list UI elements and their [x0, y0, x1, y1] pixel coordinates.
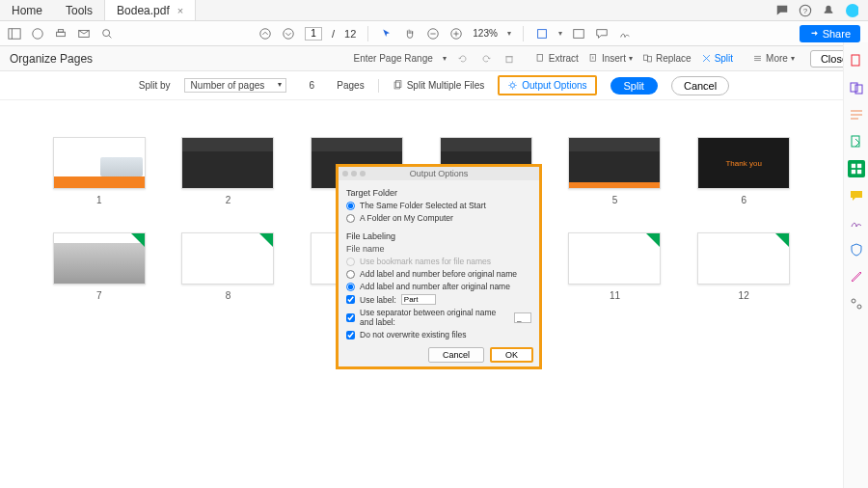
splitby-label: Split by — [139, 80, 171, 91]
help-icon[interactable]: ? — [799, 4, 812, 17]
export-pdf-icon[interactable] — [848, 133, 865, 150]
svg-rect-26 — [647, 56, 651, 62]
split-mode-select[interactable]: Number of pages▾ — [184, 78, 287, 93]
create-pdf-icon[interactable] — [848, 52, 865, 69]
more-tools-icon[interactable] — [848, 268, 865, 285]
extract-tool[interactable]: Extract — [535, 53, 579, 64]
split-cancel-button[interactable]: Cancel — [671, 76, 729, 95]
svg-point-11 — [260, 28, 271, 39]
radio-label-after[interactable]: Add label and number after original name — [346, 282, 531, 291]
edit-pdf-icon[interactable] — [848, 106, 865, 123]
radio-label-before[interactable]: Add label and number before original nam… — [346, 269, 531, 279]
svg-rect-3 — [9, 28, 20, 39]
delete-icon[interactable] — [502, 52, 516, 66]
sign-icon[interactable] — [618, 27, 632, 41]
check-no-overwrite[interactable]: Do not overwrite existing files — [346, 330, 531, 339]
right-tools-sidebar — [843, 42, 868, 488]
output-options-button[interactable]: Output Options — [498, 75, 596, 95]
print-icon[interactable] — [54, 27, 68, 41]
mail-icon[interactable] — [77, 27, 91, 41]
output-options-dialog: Output Options Target Folder The Same Fo… — [336, 164, 542, 369]
target-folder-heading: Target Folder — [346, 188, 531, 198]
profile-avatar[interactable] — [845, 4, 858, 17]
page-down-icon[interactable] — [282, 27, 295, 41]
radio-same-folder[interactable]: The Same Folder Selected at Start — [346, 201, 531, 210]
page-up-icon[interactable] — [258, 27, 272, 41]
page-thumb[interactable]: 12 — [692, 232, 795, 301]
save-icon[interactable] — [31, 27, 44, 41]
page-number-input[interactable] — [305, 27, 322, 41]
insert-tool[interactable]: Insert▾ — [588, 53, 633, 64]
tab-document[interactable]: Bodea.pdf× — [104, 0, 196, 20]
split-multiple-files[interactable]: Split Multiple Files — [393, 80, 485, 91]
comment-tool-icon[interactable] — [848, 187, 865, 204]
fit-width-icon[interactable] — [535, 27, 549, 41]
svg-point-44 — [852, 299, 855, 303]
split-count[interactable]: 6 — [300, 80, 323, 91]
svg-rect-19 — [574, 29, 584, 38]
chat-icon[interactable] — [775, 4, 789, 17]
tab-home[interactable]: Home — [0, 0, 54, 20]
split-options-bar: Split by Number of pages▾ 6 Pages Split … — [0, 71, 868, 100]
share-button[interactable]: Share — [800, 25, 860, 42]
page-range-label[interactable]: Enter Page Range — [354, 53, 433, 64]
radio-my-computer[interactable]: A Folder on My Computer — [346, 213, 531, 223]
svg-line-10 — [109, 35, 112, 38]
hand-icon[interactable] — [403, 27, 417, 41]
split-button[interactable]: Split — [610, 77, 658, 95]
organize-subbar: Organize Pages Enter Page Range▾ Extract… — [0, 46, 868, 71]
pointer-icon[interactable] — [380, 27, 393, 41]
svg-rect-42 — [851, 170, 854, 174]
svg-point-45 — [857, 305, 861, 309]
pages-label: Pages — [337, 80, 364, 91]
page-thumb[interactable]: 11 — [564, 232, 666, 301]
dialog-titlebar[interactable]: Output Options — [339, 167, 539, 180]
organize-pages-icon[interactable] — [848, 160, 865, 177]
label-text-input[interactable] — [401, 294, 436, 305]
bell-icon[interactable] — [822, 4, 835, 17]
comment-icon[interactable] — [595, 27, 609, 41]
tools-gear-icon[interactable] — [848, 295, 865, 312]
read-mode-icon[interactable] — [572, 27, 585, 41]
svg-rect-35 — [855, 85, 862, 94]
svg-rect-34 — [851, 83, 857, 92]
protect-icon[interactable] — [848, 241, 865, 258]
zoom-in-icon[interactable] — [449, 27, 463, 41]
dialog-ok-button[interactable]: OK — [490, 347, 533, 363]
tab-tools[interactable]: Tools — [54, 0, 104, 20]
page-thumb[interactable]: 7 — [48, 232, 150, 301]
separator-input[interactable] — [514, 312, 531, 323]
rotate-right-icon[interactable] — [479, 52, 493, 66]
page-thumb[interactable]: Thank you6 — [692, 137, 795, 205]
svg-rect-43 — [856, 170, 860, 174]
check-use-separator[interactable]: Use separator between original name and … — [346, 308, 531, 327]
check-use-label[interactable]: Use label: — [346, 294, 531, 305]
split-tool[interactable]: Split — [701, 53, 733, 64]
combine-icon[interactable] — [848, 79, 865, 96]
search-icon[interactable] — [100, 27, 114, 41]
close-tab-icon[interactable]: × — [177, 5, 183, 16]
page-total: 12 — [344, 28, 356, 40]
svg-rect-18 — [538, 29, 547, 38]
rotate-left-icon[interactable] — [456, 52, 470, 66]
subbar-title: Organize Pages — [10, 52, 93, 66]
zoom-out-icon[interactable] — [426, 27, 440, 41]
page-sep: / — [332, 28, 335, 40]
page-thumb[interactable]: 8 — [177, 232, 280, 301]
page-thumb[interactable]: 5 — [564, 137, 666, 205]
main-toolbar: / 12 123%▾ ▾ Share — [0, 21, 868, 46]
replace-tool[interactable]: Replace — [642, 53, 692, 64]
svg-rect-41 — [856, 164, 860, 168]
svg-rect-25 — [643, 55, 647, 61]
dialog-cancel-button[interactable]: Cancel — [428, 347, 484, 363]
svg-point-9 — [103, 29, 110, 36]
window-controls[interactable] — [342, 171, 366, 176]
sidebar-toggle-icon[interactable] — [8, 27, 21, 41]
page-thumb[interactable]: 1 — [48, 137, 150, 205]
file-labeling-heading: File Labeling — [346, 231, 531, 241]
svg-point-5 — [33, 28, 43, 39]
fill-sign-icon[interactable] — [848, 214, 865, 231]
zoom-value[interactable]: 123% — [473, 28, 498, 39]
more-menu[interactable]: More▾ — [752, 53, 795, 64]
page-thumb[interactable]: 2 — [177, 137, 280, 205]
